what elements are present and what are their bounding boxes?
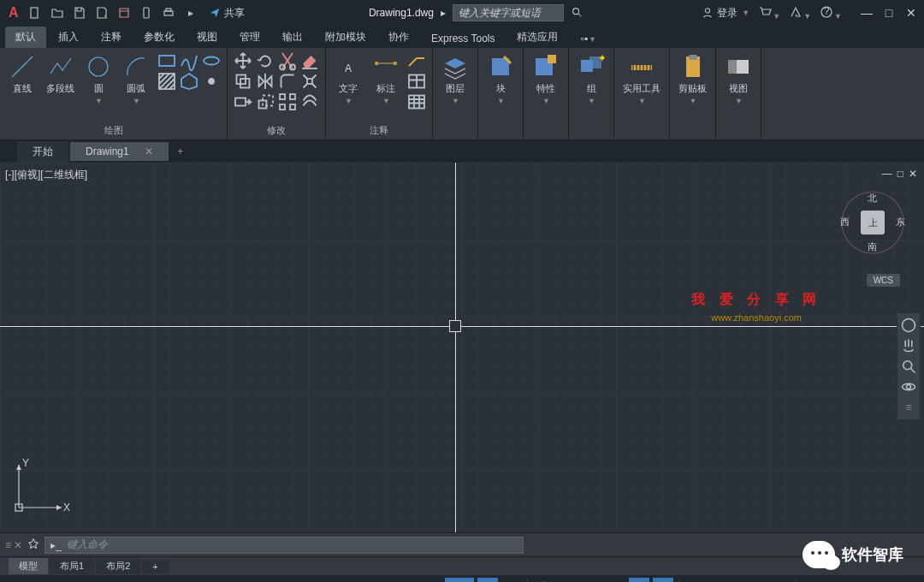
prop-button[interactable]: 特性▼ (529, 51, 563, 107)
dim-button[interactable]: 标注▼ (369, 51, 403, 107)
array-icon[interactable] (277, 92, 298, 111)
status-iso-icon[interactable]: ∠▼ (581, 578, 601, 582)
drawing-canvas[interactable]: [-][俯视][二维线框] — □ ✕ 我 爱 分 享 网 www.zhansh… (0, 163, 924, 532)
tab-apps-icon[interactable]: ▫▪▼ (570, 29, 606, 48)
status-gear-icon[interactable]: ✲▼ (801, 578, 821, 582)
web-icon[interactable] (115, 3, 133, 22)
rotate-icon[interactable] (255, 51, 275, 70)
chevron-right-icon[interactable]: ▸ (441, 7, 446, 19)
close-icon[interactable]: ✕ (903, 6, 919, 20)
open-icon[interactable] (48, 3, 67, 22)
status-plus-icon[interactable]: +▼ (825, 578, 845, 582)
status-ws-icon[interactable]: ▭ (849, 578, 869, 582)
spline-icon[interactable] (179, 51, 199, 70)
search-input[interactable]: 键入关键字或短语 (453, 4, 564, 21)
cart-icon[interactable]: ▼ (758, 5, 780, 21)
status-otrack-icon[interactable]: ∠ (605, 578, 625, 582)
panel-draw-title[interactable]: 绘图 (5, 122, 222, 140)
polygon-icon[interactable] (179, 72, 199, 91)
layout-model[interactable]: 模型 (9, 558, 48, 574)
line-button[interactable]: 直线 (5, 51, 39, 97)
status-model[interactable]: 模型 (445, 578, 474, 582)
tab-addins[interactable]: 附加模块 (315, 27, 376, 48)
layout-1[interactable]: 布局1 (50, 558, 94, 574)
search-icon[interactable] (571, 6, 583, 21)
offset-icon[interactable] (299, 92, 320, 111)
tab-collab[interactable]: 协作 (378, 27, 419, 48)
tab-express[interactable]: Express Tools (421, 29, 505, 48)
status-polar-icon[interactable]: ✛ (557, 578, 578, 582)
point-icon[interactable] (201, 72, 222, 91)
layout-add[interactable]: + (142, 560, 168, 573)
layer-button[interactable]: 图层▼ (438, 51, 472, 107)
layout-2[interactable]: 布局2 (96, 558, 140, 574)
tab-featured[interactable]: 精选应用 (506, 27, 568, 48)
util-button[interactable]: 实用工具▼ (619, 51, 664, 107)
explode-icon[interactable] (299, 72, 320, 91)
tab-parametric[interactable]: 参数化 (133, 27, 185, 48)
status-menu-icon[interactable]: ≡ (897, 578, 917, 582)
nav-orbit-icon[interactable] (900, 378, 917, 395)
status-ortho-icon[interactable]: └ (533, 578, 554, 582)
cloud-icon[interactable] (406, 92, 427, 111)
wcs-button[interactable]: WCS (867, 274, 900, 287)
new-icon[interactable] (26, 3, 44, 22)
block-button[interactable]: 块▼ (483, 51, 518, 107)
status-anno-icon[interactable]: 人 (684, 578, 705, 582)
tab-start[interactable]: 开始 (17, 141, 68, 163)
share-button[interactable]: 共享 (204, 6, 250, 21)
print-icon[interactable] (159, 3, 178, 22)
nav-wheel-icon[interactable] (900, 317, 917, 334)
tab-view[interactable]: 视图 (187, 27, 228, 48)
vp-close-icon[interactable]: ✕ (909, 168, 917, 180)
help-icon[interactable]: ?▼ (820, 5, 842, 21)
erase-icon[interactable] (299, 51, 320, 70)
text-button[interactable]: A文字▼ (331, 51, 365, 107)
tab-annotate[interactable]: 注释 (91, 27, 132, 48)
viewcube[interactable]: 北 南 东 西 上 (838, 188, 907, 257)
command-input[interactable]: ▸_ 键入命令 (44, 537, 524, 554)
view-button[interactable]: 视图▼ (721, 51, 755, 107)
viewport-label[interactable]: [-][俯视][二维线框] (5, 168, 87, 182)
login-button[interactable]: 登录 ▼ (702, 6, 749, 21)
cmd-hist-icon[interactable]: ≡ ✕ (5, 539, 22, 551)
save-icon[interactable] (70, 3, 89, 22)
tab-add-button[interactable]: + (170, 146, 191, 157)
nav-pan-icon[interactable] (900, 337, 917, 354)
fillet-icon[interactable] (277, 72, 298, 91)
status-qs-icon[interactable]: ▢ (873, 578, 893, 582)
nav-zoom-icon[interactable] (900, 358, 917, 375)
app-logo[interactable]: A (5, 5, 22, 21)
trim-icon[interactable] (277, 51, 298, 70)
tab-default[interactable]: 默认 (5, 27, 46, 48)
ellipse-icon[interactable] (201, 51, 222, 70)
rect-icon[interactable] (157, 51, 177, 70)
cmd-custom-icon[interactable] (27, 537, 39, 552)
tab-drawing1[interactable]: Drawing1✕ (70, 142, 169, 161)
polyline-button[interactable]: 多段线 (43, 51, 78, 97)
saveas-icon[interactable] (92, 3, 111, 22)
circle-button[interactable]: 圆▼ (81, 51, 116, 107)
table-icon[interactable] (406, 72, 427, 91)
mobile-icon[interactable] (137, 3, 156, 22)
clip-button[interactable]: 剪贴板▼ (675, 51, 710, 107)
mirror-icon[interactable] (255, 72, 275, 91)
maximize-icon[interactable]: □ (881, 6, 897, 20)
copy-icon[interactable] (233, 72, 253, 91)
leader-icon[interactable] (406, 51, 427, 70)
arc-button[interactable]: 圆弧▼ (119, 51, 153, 107)
tab-close-icon[interactable]: ✕ (145, 146, 153, 157)
hatch-icon[interactable] (157, 72, 177, 91)
status-osnap-icon[interactable]: ◇ (629, 578, 649, 582)
status-lwt-icon[interactable]: □▼ (653, 578, 673, 582)
qat-more-icon[interactable]: ▸ (181, 3, 200, 22)
nav-more-icon[interactable]: ≡ (900, 399, 917, 416)
status-grid-icon[interactable]: ▦ (477, 578, 498, 582)
status-snap-icon[interactable]: ⠿▼ (501, 578, 522, 582)
minimize-icon[interactable]: — (859, 6, 874, 20)
group-button[interactable]: ✦组▼ (574, 51, 608, 107)
tab-insert[interactable]: 插入 (48, 27, 89, 48)
tab-manage[interactable]: 管理 (229, 27, 270, 48)
vp-min-icon[interactable]: — (882, 168, 892, 180)
viewcube-top[interactable]: 上 (861, 211, 885, 235)
